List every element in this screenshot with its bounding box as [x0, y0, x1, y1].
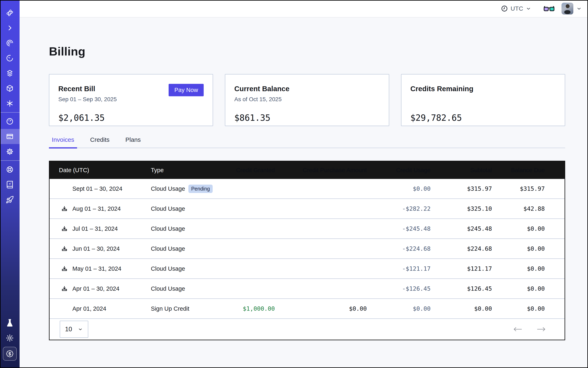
column-header-subtotal: Subtotal [431, 167, 492, 174]
invoice-type: Cloud Usage [151, 245, 185, 252]
table-row: May 01 – 31, 2024 Cloud Usage -$121.17 $… [50, 258, 565, 278]
invoice-date: Jul 01 – 31, 2024 [72, 225, 118, 232]
dollar-badge-icon [6, 350, 14, 358]
column-header-credit-usage: Credit Usage [367, 167, 431, 174]
cube-icon [6, 84, 14, 92]
download-invoice-button[interactable] [61, 205, 68, 212]
download-icon [61, 225, 68, 232]
card-title: Current Balance [234, 85, 380, 93]
download-invoice-button[interactable] [61, 225, 68, 232]
balance-due: $0.00 [492, 285, 565, 292]
download-invoice-button[interactable] [61, 265, 68, 272]
invoice-date: Apr 01 – 30, 2024 [72, 285, 119, 292]
credit-usage: -$224.68 [367, 245, 431, 252]
credit-purchase-amount: $0.00 [275, 305, 367, 312]
column-header-credit-purchase-amount: Credit Purchase Amount [275, 167, 367, 174]
recent-bill-amount: $2,061.35 [58, 113, 204, 123]
download-icon [61, 245, 68, 252]
column-header-date: Date (UTC) [50, 167, 151, 174]
table-row: Jun 01 – 30, 2024 Cloud Usage -$224.68 $… [50, 239, 565, 258]
sidebar-item-docs[interactable] [0, 177, 19, 192]
sidebar-credits-wrap [0, 346, 19, 362]
current-balance-card: Current Balance As of Oct 15, 2025 $861.… [225, 74, 389, 126]
subtotal: $126.45 [431, 285, 492, 292]
labs-flask-icon [6, 319, 14, 327]
download-icon [61, 205, 68, 212]
summary-cards: Recent Bill Sep 01 – Sep 30, 2025 $2,061… [49, 74, 565, 126]
docs-book-icon [6, 181, 14, 189]
invoices-table: Date (UTC) Type Credit Granted Credit Pu… [49, 161, 565, 340]
invoice-date: Aug 01 – 31, 2024 [72, 205, 121, 212]
download-invoice-button[interactable] [61, 245, 68, 252]
billing-tabs: Invoices Credits Plans [49, 136, 565, 148]
sidebar-item-labs[interactable] [0, 315, 19, 331]
credits-remaining-amount: $29,782.65 [410, 113, 556, 123]
usage-gauge-icon [6, 117, 14, 125]
credit-usage: $0.00 [367, 305, 431, 312]
sidebar-item-support[interactable] [0, 162, 19, 177]
invoice-date: Sept 01 – 30, 2024 [72, 185, 122, 192]
rocket-icon [6, 196, 14, 204]
column-header-type: Type [151, 167, 204, 174]
sidebar-item-usage[interactable] [0, 114, 19, 129]
column-header-balance-due: Balance Due [492, 167, 565, 174]
previous-page-button[interactable] [513, 326, 522, 332]
table-row: Sept 01 – 30, 2024 Cloud UsagePending $0… [50, 179, 565, 199]
subtotal: $0.00 [431, 305, 492, 312]
table-footer: 10 [50, 318, 565, 340]
invoice-type: Cloud Usage [151, 185, 185, 192]
balance-due: $315.97 [492, 185, 565, 192]
credits-reward-button[interactable] [3, 347, 17, 361]
page-size-select[interactable]: 10 [60, 321, 88, 338]
sidebar-collapse-button[interactable] [0, 20, 19, 36]
card-subtitle [410, 96, 556, 103]
chevron-right-icon [6, 24, 14, 32]
sidebar-item-billing[interactable] [0, 129, 19, 144]
tab-plans[interactable]: Plans [123, 136, 144, 148]
glasses-icon[interactable] [543, 4, 555, 13]
layers-icon [6, 69, 14, 77]
user-menu-chevron-icon[interactable] [576, 6, 582, 11]
invoice-type: Cloud Usage [151, 205, 185, 212]
download-icon [61, 285, 68, 292]
sidebar-item-history[interactable] [0, 51, 19, 66]
invoice-type: Cloud Usage [151, 285, 185, 292]
sidebar-item-services[interactable] [0, 96, 19, 111]
sidebar-item-settings[interactable] [0, 144, 19, 159]
subtotal: $121.17 [431, 265, 492, 272]
theme-toggle[interactable] [0, 331, 19, 346]
pay-now-button[interactable]: Pay Now [169, 84, 204, 96]
billing-card-icon [6, 132, 14, 140]
credit-usage: -$282.22 [367, 205, 431, 212]
table-row: Apr 01, 2024 Sign Up Credit $1,000.00 $0… [50, 298, 565, 318]
table-row: Aug 01 – 31, 2024 Cloud Usage -$282.22 $… [50, 199, 565, 219]
settings-gear-icon [6, 147, 14, 156]
sidebar-item-getting-started[interactable] [0, 192, 19, 207]
download-invoice-button[interactable] [61, 285, 68, 292]
download-icon [61, 265, 68, 272]
sidebar-spacer [0, 207, 19, 315]
tab-invoices[interactable]: Invoices [49, 136, 77, 148]
card-subtitle: Sep 01 – Sep 30, 2025 [58, 96, 204, 103]
sidebar-item-logo[interactable] [0, 5, 19, 20]
page-size-value: 10 [65, 326, 72, 333]
sidebar-item-focus[interactable] [0, 36, 19, 51]
credit-usage: -$126.45 [367, 285, 431, 292]
column-header-credit-granted: Credit Granted [204, 167, 275, 174]
arrow-right-icon [537, 326, 546, 332]
avatar[interactable] [561, 3, 573, 15]
sidebar-item-sandbox[interactable] [0, 81, 19, 96]
balance-due: $0.00 [492, 225, 565, 232]
invoice-type: Cloud Usage [151, 225, 185, 232]
topbar: UTC [19, 0, 588, 18]
tab-credits[interactable]: Credits [87, 136, 112, 148]
ship-wheel-icon [6, 166, 14, 174]
table-row: Jul 01 – 31, 2024 Cloud Usage -$245.48 $… [50, 219, 565, 239]
sidebar-item-layers[interactable] [0, 66, 19, 81]
balance-due: $0.00 [492, 265, 565, 272]
timezone-selector[interactable]: UTC [501, 5, 531, 12]
credit-usage: -$121.17 [367, 265, 431, 272]
next-page-button[interactable] [537, 326, 546, 332]
card-title: Credits Remaining [410, 85, 556, 93]
orbit-logo-icon [6, 9, 14, 17]
